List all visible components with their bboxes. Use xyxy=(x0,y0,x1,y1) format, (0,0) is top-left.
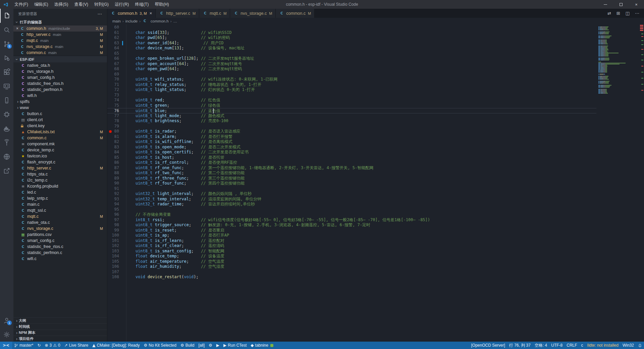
line-number-gutter[interactable]: 63 xyxy=(107,41,126,46)
docker-icon[interactable] xyxy=(0,121,13,136)
code-line-98[interactable]: 98 uint8_t trigger_source; // 触发源: 0-无, … xyxy=(107,222,596,228)
tree-item[interactable]: Cled.c xyxy=(13,189,107,195)
line-number-gutter[interactable]: 96 xyxy=(107,212,126,217)
line-number-gutter[interactable]: 104 xyxy=(107,254,126,259)
code-line-74[interactable]: 74 uint8_t red; // 红色值 xyxy=(107,98,596,103)
minimize-button[interactable] xyxy=(598,0,613,9)
line-number-gutter[interactable]: 67 xyxy=(107,61,126,67)
code-line-102[interactable]: 102 uint8_t is_rf_clear; // 遥控清码 xyxy=(107,243,596,249)
restore-button[interactable] xyxy=(613,0,629,9)
line-number-gutter[interactable]: 80 xyxy=(107,129,126,134)
tree-item[interactable]: Cstatistic_free_rtos.c xyxy=(13,244,107,250)
tree-item[interactable]: client.key xyxy=(13,123,107,129)
tree-item[interactable]: ▦partitions.csv xyxy=(13,232,107,238)
line-number-gutter[interactable]: 101 xyxy=(107,238,126,244)
code-line-93[interactable]: 93 uint32_t temp_interval; // 温湿度监测的间隔, … xyxy=(107,197,596,202)
menu-item[interactable]: 转到(G) xyxy=(91,0,112,9)
tree-item[interactable]: Cdevice_temp.c xyxy=(13,147,107,153)
tree-item[interactable]: Cstatistic_perfmon.h xyxy=(13,87,107,93)
code-line-84[interactable]: 84 uint8_t is_open_certifi; // 二次开发是否使用证… xyxy=(107,150,596,155)
line-number-gutter[interactable]: 68 xyxy=(107,66,126,72)
line-number-gutter[interactable]: 76 xyxy=(107,108,126,113)
line-number-gutter[interactable]: 99 xyxy=(107,228,126,233)
breadcrumb-item[interactable]: include xyxy=(125,19,138,23)
line-number-gutter[interactable]: 89 xyxy=(107,176,126,181)
open-changes-icon[interactable]: ⇄ xyxy=(607,11,611,16)
debug-launch[interactable]: ▶ xyxy=(214,342,221,349)
menu-item[interactable]: 运行(R) xyxy=(112,0,132,9)
tree-item[interactable]: ›www xyxy=(13,105,107,111)
line-number-gutter[interactable]: 65 xyxy=(107,51,126,56)
run-ctest[interactable]: ▶Run CTest xyxy=(221,342,249,349)
code-line-64[interactable]: 64 char device_num[13]; // 设备编号, mac地址 xyxy=(107,46,596,51)
tree-item[interactable]: Cmqtt.cM xyxy=(13,213,107,219)
tree-item[interactable]: Cnvs_storage.cM xyxy=(13,226,107,232)
explorer-icon[interactable] xyxy=(0,9,13,23)
code-line-63[interactable]: 63 char owner_id[64]; // 用户ID xyxy=(107,41,596,46)
line-number-gutter[interactable]: 60 xyxy=(107,25,126,30)
close-icon[interactable]: × xyxy=(150,11,152,16)
code-line-75[interactable]: 75 uint8_t green; // 绿色值 xyxy=(107,103,596,108)
openocd-server[interactable]: [OpenOCD Server] xyxy=(469,342,507,349)
line-number-gutter[interactable]: 74 xyxy=(107,98,126,103)
tree-item[interactable]: ›spiffs xyxy=(13,99,107,105)
breadcrumb[interactable]: main›include›Ccommon.h›… xyxy=(107,18,644,24)
line-number-gutter[interactable]: 91 xyxy=(107,186,126,192)
language-mode[interactable]: c xyxy=(579,342,585,349)
sidebar-section-header[interactable]: ›NPM 脚本 xyxy=(13,330,107,336)
line-number-gutter[interactable]: 61 xyxy=(107,30,126,36)
line-number-gutter[interactable]: 82 xyxy=(107,139,126,145)
code-line-96[interactable]: 96 // 不存储全局变量 xyxy=(107,212,596,217)
line-number-gutter[interactable]: 72 xyxy=(107,87,126,93)
open-editor-item[interactable]: ×Ccommon.hmain\include3, M xyxy=(13,26,107,32)
open-editor-item[interactable]: Cmqtt.cmainM xyxy=(13,38,107,44)
code-line-82[interactable]: 82 uint8_t is_wifi_offline; // 是否离线模式 xyxy=(107,139,596,145)
line-number-gutter[interactable]: 97 xyxy=(107,217,126,223)
more-actions-icon[interactable]: ⋯ xyxy=(98,11,102,16)
code-line-67[interactable]: 67 char open_account[64]; // 二次开发mqtt账号 xyxy=(107,61,596,67)
device-phone-icon[interactable] xyxy=(0,93,13,107)
line-number-gutter[interactable]: 66 xyxy=(107,56,126,61)
accounts-icon[interactable]: 1 xyxy=(0,313,13,328)
breakpoint-icon[interactable] xyxy=(109,130,112,133)
source-control-icon[interactable]: 5 xyxy=(0,37,13,51)
tree-item[interactable]: ★favicon.ico xyxy=(13,153,107,159)
code-line-62[interactable]: 62 char pwd[65]; // wifi的密码 xyxy=(107,35,596,41)
code-line-104[interactable]: 104 float device_temp; // 设备温度 xyxy=(107,254,596,259)
code-line-72[interactable]: 72 uint8_t light_status; // 灯的状态 0-关闭 1-… xyxy=(107,87,596,93)
close-icon[interactable]: × xyxy=(15,26,20,31)
code-line-85[interactable]: 85 uint8_t is_host; // 是否托管 xyxy=(107,155,596,160)
tree-header[interactable]: › ESP-IDF xyxy=(13,56,107,62)
tabnine[interactable]: ◆tabnine xyxy=(249,342,275,349)
line-number-gutter[interactable]: 92 xyxy=(107,191,126,197)
sidebar-section-header[interactable]: ›时间线 xyxy=(13,323,107,330)
code-line-80[interactable]: 80 uint8_t is_radar; // 是否进入雷达感应 xyxy=(107,129,596,134)
code-line-86[interactable]: 86 uint8_t is_rf_control; // 是否使用RF遥控 xyxy=(107,160,596,165)
tree-item[interactable]: Cwifi.c xyxy=(13,256,107,262)
line-number-gutter[interactable]: 105 xyxy=(107,259,126,264)
code-line-87[interactable]: 87 uint8_t rf_one_func; // 第一个遥控按键功能, 1-… xyxy=(107,165,596,171)
line-number-gutter[interactable]: 64 xyxy=(107,46,126,51)
antenna-icon[interactable] xyxy=(0,136,13,150)
extensions-icon[interactable] xyxy=(0,65,13,79)
line-number-gutter[interactable]: 95 xyxy=(107,207,126,212)
line-number-gutter[interactable]: 98 xyxy=(107,222,126,228)
tree-item[interactable]: ≡component.mk xyxy=(13,141,107,147)
breadcrumb-item[interactable]: … xyxy=(173,19,177,23)
line-number-gutter[interactable]: 103 xyxy=(107,249,126,254)
code-line-107[interactable]: 107 xyxy=(107,269,596,275)
code-line-70[interactable]: 70 uint8_t wifi_status; // wifi连接状态: 0-未… xyxy=(107,77,596,82)
line-number-gutter[interactable]: 100 xyxy=(107,233,126,238)
open-editor-item[interactable]: Cnvs_storage.cmainM xyxy=(13,44,107,50)
chip-icon[interactable] xyxy=(0,107,13,121)
menu-item[interactable]: 查看(V) xyxy=(71,0,91,9)
tree-item[interactable]: Ci2c_temp.c xyxy=(13,177,107,183)
code-line-94[interactable]: 94 uint32_t radar_time; // 雷达开启持续时间,单位秒 xyxy=(107,202,596,207)
code-line-91[interactable]: 91 xyxy=(107,186,596,192)
tree-item[interactable]: ≡Kconfig.projbuild xyxy=(13,183,107,189)
line-number-gutter[interactable]: 81 xyxy=(107,134,126,140)
tree-item[interactable]: Cmqtt_ssl.c xyxy=(13,207,107,213)
breadcrumb-item[interactable]: main xyxy=(112,19,121,23)
tree-item[interactable]: Csmart_config.h xyxy=(13,74,107,81)
cmake-target[interactable]: [all] xyxy=(196,342,207,349)
